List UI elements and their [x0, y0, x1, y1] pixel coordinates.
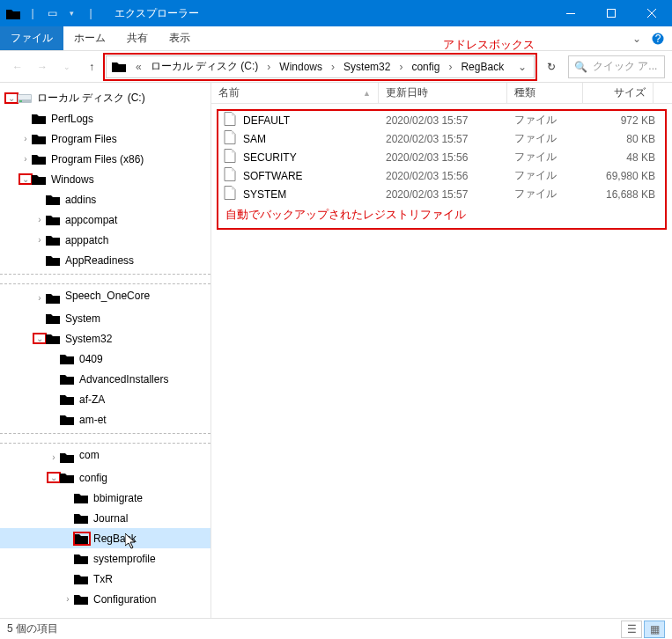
tab-file[interactable]: ファイル: [0, 26, 63, 50]
file-date: 2020/02/03 15:56: [386, 151, 514, 164]
expander-icon[interactable]: ⌄: [19, 174, 32, 184]
tree-item[interactable]: Journal: [0, 508, 210, 528]
folder-icon: [74, 553, 90, 565]
file-rows-annotated: DEFAULT 2020/02/03 15:57 ファイル 972 KB SAM…: [217, 109, 667, 230]
column-date[interactable]: 更新日時: [379, 83, 507, 103]
tree-item-label: Program Files: [51, 133, 117, 145]
view-details-button[interactable]: ☰: [621, 621, 642, 638]
tree-item[interactable]: af-ZA: [0, 389, 210, 409]
address-dropdown-icon[interactable]: ⌄: [513, 61, 532, 73]
view-icons-button[interactable]: ▦: [644, 621, 665, 638]
sort-indicator-icon: ▲: [363, 89, 371, 98]
folder-icon: [74, 593, 90, 606]
expander-icon[interactable]: ›: [62, 594, 74, 604]
tab-share[interactable]: 共有: [116, 26, 159, 50]
address-segment[interactable]: config: [407, 61, 444, 73]
expander-icon[interactable]: ›: [19, 154, 32, 164]
tab-view[interactable]: 表示: [159, 26, 201, 50]
expander-icon[interactable]: ⌄: [33, 334, 46, 343]
address-overflow[interactable]: «: [131, 61, 146, 73]
file-row[interactable]: SAM 2020/02/03 15:57 ファイル 80 KB: [218, 129, 665, 148]
file-size: 69,980 KB: [590, 170, 655, 182]
tree-item[interactable]: am-et: [0, 409, 210, 430]
tree-item[interactable]: AdvancedInstallers: [0, 369, 210, 389]
tree-item[interactable]: › apppatch: [0, 230, 210, 250]
forward-button[interactable]: →: [32, 56, 53, 77]
tree-item-label: ローカル ディスク (C:): [37, 91, 145, 106]
maximize-button[interactable]: [591, 0, 631, 26]
tree-item[interactable]: bbimigrate: [0, 488, 210, 508]
file-type: ファイル: [514, 187, 590, 202]
column-size[interactable]: サイズ: [583, 83, 654, 103]
address-segment[interactable]: RegBack: [456, 61, 508, 73]
tree-item[interactable]: TxR: [0, 569, 210, 589]
address-segment[interactable]: Windows: [275, 61, 327, 73]
tree-item-label: Speech_OneCore: [65, 290, 150, 302]
nav-tree[interactable]: ⌄ ローカル ディスク (C:) PerfLogs › Program File…: [0, 83, 211, 618]
tree-item[interactable]: ⌄ Windows: [0, 169, 210, 189]
file-row[interactable]: SYSTEM 2020/02/03 15:57 ファイル 16,688 KB: [218, 185, 665, 203]
help-icon[interactable]: ?: [647, 26, 668, 50]
search-input[interactable]: 🔍 クイック ア...: [568, 55, 665, 78]
file-name: SECURITY: [243, 151, 386, 164]
ribbon-expand-icon[interactable]: ⌄: [626, 26, 647, 50]
tree-item[interactable]: systemprofile: [0, 548, 210, 569]
tree-item[interactable]: ⌄ System32: [0, 328, 210, 349]
tree-item[interactable]: ⌄ ローカル ディスク (C:): [0, 88, 210, 108]
tree-item[interactable]: RegBack: [0, 528, 210, 548]
address-segment[interactable]: System32: [339, 61, 395, 73]
folder-icon: [46, 214, 62, 226]
tree-item[interactable]: › com: [0, 447, 210, 467]
tree-item[interactable]: › appcompat: [0, 209, 210, 230]
refresh-button[interactable]: ↻: [538, 55, 565, 78]
minimize-button[interactable]: [550, 0, 591, 26]
file-row[interactable]: SECURITY 2020/02/03 15:56 ファイル 48 KB: [218, 148, 665, 166]
file-date: 2020/02/03 15:57: [386, 114, 514, 127]
chevron-icon[interactable]: ›: [395, 61, 407, 73]
address-bar[interactable]: « ローカル ディスク (C:)› Windows› System32› con…: [106, 55, 535, 78]
expander-icon[interactable]: ›: [33, 235, 46, 245]
file-name: DEFAULT: [243, 114, 386, 127]
file-type: ファイル: [514, 150, 590, 165]
tree-item-label: RegBack: [93, 532, 137, 545]
tree-item[interactable]: PerfLogs: [0, 108, 210, 129]
column-type[interactable]: 種類: [507, 83, 583, 103]
tree-item[interactable]: AppReadiness: [0, 250, 210, 270]
tree-item[interactable]: › Program Files: [0, 129, 210, 149]
tree-item-label: appcompat: [65, 214, 117, 226]
tree-item[interactable]: ⌄ config: [0, 467, 210, 488]
qat-dropdown-icon[interactable]: ▾: [63, 5, 79, 21]
chevron-icon[interactable]: ›: [327, 61, 339, 73]
qat-separator: |: [25, 5, 41, 21]
column-name[interactable]: 名前▲: [211, 83, 379, 103]
expander-icon[interactable]: ⌄: [48, 473, 60, 482]
close-button[interactable]: [631, 0, 672, 26]
tree-item[interactable]: System: [0, 308, 210, 328]
expander-icon[interactable]: ›: [48, 452, 60, 462]
history-dropdown-icon[interactable]: ⌄: [56, 56, 78, 77]
expander-icon[interactable]: ›: [33, 215, 46, 224]
file-icon: [224, 149, 240, 165]
tree-item[interactable]: › Configuration: [0, 589, 210, 609]
expander-icon[interactable]: ›: [33, 293, 46, 303]
up-button[interactable]: ↑: [81, 56, 102, 77]
expander-icon[interactable]: ⌄: [5, 93, 18, 103]
qat-properties-icon[interactable]: ▭: [44, 5, 60, 21]
file-name: SAM: [243, 133, 386, 145]
tree-item[interactable]: 0409: [0, 349, 210, 369]
address-segment[interactable]: ローカル ディスク (C:): [146, 59, 263, 74]
tab-home[interactable]: ホーム: [63, 26, 116, 50]
expander-icon[interactable]: ›: [19, 134, 32, 143]
tree-item[interactable]: › Speech_OneCore: [0, 288, 210, 308]
tree-item-label: config: [79, 472, 107, 484]
back-button[interactable]: ←: [7, 56, 28, 77]
file-row[interactable]: DEFAULT 2020/02/03 15:57 ファイル 972 KB: [218, 111, 665, 129]
folder-icon: [46, 254, 62, 267]
file-name: SYSTEM: [243, 188, 386, 201]
tree-item[interactable]: › Program Files (x86): [0, 149, 210, 169]
tree-item[interactable]: addins: [0, 189, 210, 209]
file-row[interactable]: SOFTWARE 2020/02/03 15:56 ファイル 69,980 KB: [218, 166, 665, 185]
chevron-icon[interactable]: ›: [262, 61, 275, 73]
file-size: 972 KB: [590, 114, 655, 127]
chevron-icon[interactable]: ›: [444, 61, 456, 73]
